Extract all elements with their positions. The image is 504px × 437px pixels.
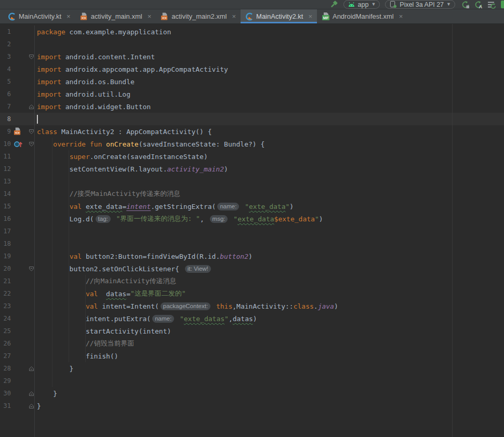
code-line[interactable]: 18 xyxy=(0,237,504,250)
tab-mainactivity-kt[interactable]: MainActivity.kt× xyxy=(3,9,75,23)
line-number[interactable]: 4 xyxy=(0,65,11,73)
code-text[interactable]: intent.putExtra(name: "exte_datas",datas… xyxy=(34,312,504,325)
code-text[interactable]: //销毁当前界面 xyxy=(34,337,504,350)
code-line[interactable]: 16 Log.d(tag: "界面一传递来的消息为: ", msg: "exte… xyxy=(0,213,504,225)
line-number[interactable]: 18 xyxy=(0,240,11,247)
line-number[interactable]: 16 xyxy=(0,215,11,222)
code-text[interactable]: //接受MainActivity传递来的消息 xyxy=(34,188,504,200)
code-text[interactable]: } xyxy=(34,387,504,400)
code-line[interactable]: 9<>class MainActivity2 : AppCompatActivi… xyxy=(0,125,504,138)
line-number[interactable]: 17 xyxy=(0,228,11,235)
line-number[interactable]: 12 xyxy=(0,165,11,173)
code-text[interactable]: startActivity(intent) xyxy=(34,325,504,337)
code-text[interactable]: val intent=Intent(packageContext: this,M… xyxy=(34,300,504,312)
code-line[interactable]: 22 val datas="这是界面二发的" xyxy=(0,287,504,300)
code-text[interactable] xyxy=(34,38,504,50)
code-text[interactable] xyxy=(34,175,504,188)
code-text[interactable]: val datas="这是界面二发的" xyxy=(34,287,504,300)
code-line[interactable]: 19 val button2:Button=findViewById(R.id.… xyxy=(0,250,504,262)
line-number[interactable]: 7 xyxy=(0,103,11,110)
line-number[interactable]: 2 xyxy=(0,41,11,48)
line-number[interactable]: 22 xyxy=(0,290,11,297)
code-text[interactable] xyxy=(34,375,504,387)
line-number[interactable]: 25 xyxy=(0,327,11,335)
code-text[interactable]: override fun onCreate(savedInstanceState… xyxy=(34,138,504,150)
fold-marker-icon[interactable] xyxy=(24,366,34,372)
rerun-icon[interactable] xyxy=(461,0,470,9)
close-icon[interactable]: × xyxy=(67,13,71,20)
line-number[interactable]: 14 xyxy=(0,190,11,197)
line-number[interactable]: 23 xyxy=(0,302,11,310)
code-text[interactable] xyxy=(34,225,504,237)
code-line[interactable]: 20 button2.setOnClickListener{ it: View! xyxy=(0,262,504,275)
code-line[interactable]: 1package com.example.myapplication xyxy=(0,25,504,38)
line-number[interactable]: 20 xyxy=(0,265,11,272)
code-line[interactable]: 27 finish() xyxy=(0,350,504,362)
apply-changes-icon[interactable]: A xyxy=(474,0,483,9)
line-number[interactable]: 31 xyxy=(0,402,11,409)
code-text[interactable]: import android.widget.Button xyxy=(34,100,504,113)
line-number[interactable]: 5 xyxy=(0,78,11,85)
code-line[interactable]: 5import android.os.Bundle xyxy=(0,75,504,88)
line-number[interactable]: 6 xyxy=(0,90,11,98)
code-text[interactable]: import android.os.Bundle xyxy=(34,75,504,88)
fold-marker-icon[interactable] xyxy=(24,129,34,135)
fold-marker-icon[interactable] xyxy=(24,391,34,396)
code-line[interactable]: 12 setContentView(R.layout.activity_main… xyxy=(0,163,504,175)
code-text[interactable]: val exte_data=intent.getStringExtra(name… xyxy=(34,200,504,213)
code-line[interactable]: 8 xyxy=(0,113,504,125)
code-line[interactable]: 31} xyxy=(0,400,504,412)
tab-androidmanifest-xml[interactable]: MFAndroidManifest.xml× xyxy=(317,9,407,23)
code-text[interactable]: //向MainActivity传递消息 xyxy=(34,275,504,287)
code-text[interactable]: } xyxy=(34,400,504,412)
line-number[interactable]: 29 xyxy=(0,377,11,385)
line-number[interactable]: 27 xyxy=(0,352,11,360)
code-line[interactable]: 29 xyxy=(0,375,504,387)
close-icon[interactable]: × xyxy=(308,13,312,20)
overriding-method-icon[interactable] xyxy=(11,140,24,148)
editor-empty-area[interactable] xyxy=(0,412,504,437)
code-line[interactable]: 21 //向MainActivity传递消息 xyxy=(0,275,504,287)
line-number[interactable]: 3 xyxy=(0,53,11,60)
tab-activity-main2-xml[interactable]: <>activity_main2.xml× xyxy=(156,9,241,23)
related-layout-icon[interactable]: <> xyxy=(11,127,24,136)
code-line[interactable]: 24 intent.putExtra(name: "exte_datas",da… xyxy=(0,312,504,325)
line-number[interactable]: 8 xyxy=(0,115,11,123)
code-line[interactable]: 25 startActivity(intent) xyxy=(0,325,504,337)
fold-marker-icon[interactable] xyxy=(24,141,34,147)
code-text[interactable]: class MainActivity2 : AppCompatActivity(… xyxy=(34,125,504,138)
code-text[interactable]: setContentView(R.layout.activity_main2) xyxy=(34,163,504,175)
code-text[interactable]: import androidx.appcompat.app.AppCompatA… xyxy=(34,63,504,75)
code-text[interactable]: finish() xyxy=(34,350,504,362)
fold-marker-icon[interactable] xyxy=(24,266,34,272)
code-text[interactable]: import android.util.Log xyxy=(34,88,504,100)
line-number[interactable]: 15 xyxy=(0,203,11,210)
line-number[interactable]: 9 xyxy=(0,128,11,135)
code-line[interactable]: 17 xyxy=(0,225,504,237)
tab-activity-main-xml[interactable]: <>activity_main.xml× xyxy=(75,9,156,23)
build-hammer-icon[interactable] xyxy=(329,0,338,9)
code-text[interactable]: import android.content.Intent xyxy=(34,50,504,63)
line-number[interactable]: 11 xyxy=(0,153,11,160)
code-text[interactable]: button2.setOnClickListener{ it: View! xyxy=(34,262,504,275)
line-number[interactable]: 30 xyxy=(0,390,11,397)
code-text[interactable]: val button2:Button=findViewById(R.id.but… xyxy=(34,250,504,262)
code-text[interactable] xyxy=(34,113,504,125)
tab-mainactivity2-kt[interactable]: MainActivity2.kt× xyxy=(241,9,317,23)
code-line[interactable]: 7import android.widget.Button xyxy=(0,100,504,113)
line-number[interactable]: 1 xyxy=(0,28,11,35)
close-icon[interactable]: × xyxy=(148,13,152,20)
line-number[interactable]: 26 xyxy=(0,340,11,347)
code-text[interactable]: Log.d(tag: "界面一传递来的消息为: ", msg: "exte_da… xyxy=(34,213,504,225)
code-line[interactable]: 28 } xyxy=(0,362,504,375)
close-icon[interactable]: × xyxy=(232,13,236,20)
run-configuration-select[interactable]: app ▼ xyxy=(343,0,380,9)
fold-marker-icon[interactable] xyxy=(24,403,34,409)
fold-marker-icon[interactable] xyxy=(24,104,34,110)
code-text[interactable] xyxy=(34,237,504,250)
fold-marker-icon[interactable] xyxy=(24,54,34,60)
profiler-icon[interactable] xyxy=(487,0,496,9)
code-line[interactable]: 6import android.util.Log xyxy=(0,88,504,100)
device-select[interactable]: Pixel 3a API 27 ▼ xyxy=(385,0,455,9)
code-line[interactable]: 10 override fun onCreate(savedInstanceSt… xyxy=(0,138,504,150)
